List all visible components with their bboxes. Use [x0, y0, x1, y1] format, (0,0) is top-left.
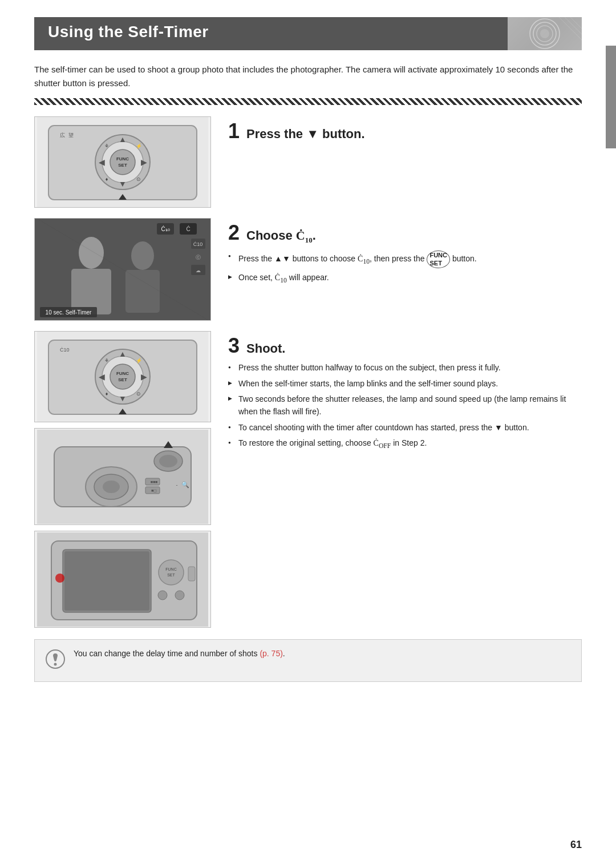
step3-bullet-1: Press the shutter button halfway to focu…	[228, 362, 582, 374]
step1-number: 1	[228, 121, 240, 142]
svg-text:▼: ▼	[119, 394, 127, 403]
step3-number: 3	[228, 336, 240, 356]
svg-text:🔍: 🔍	[181, 481, 189, 488]
svg-text:SET: SET	[118, 377, 127, 382]
note-link[interactable]: (p. 75)	[260, 649, 282, 658]
svg-text:◀: ◀	[99, 158, 105, 167]
svg-text:10 sec. Self-Timer: 10 sec. Self-Timer	[46, 309, 92, 316]
step3-bullet-5: To restore the original setting, choose …	[228, 437, 582, 451]
note-text: You can change the delay time and number…	[74, 648, 285, 660]
svg-text:■◻: ■◻	[151, 488, 157, 492]
svg-rect-85	[188, 567, 195, 581]
step2-title: Choose Ċ10.	[246, 228, 316, 245]
svg-text:Ċ₁₀: Ċ₁₀	[161, 225, 169, 232]
step3-title: Shoot.	[246, 341, 285, 356]
svg-text:☁: ☁	[196, 268, 201, 273]
svg-text:◀: ◀	[99, 372, 105, 381]
step3-illustration-2: ■■■ ■◻ - 🔍	[34, 428, 211, 525]
svg-text:⚡: ⚡	[136, 143, 143, 150]
step3-content: 3 Shoot. Press the shutter button halfwa…	[228, 331, 582, 455]
svg-text:▼: ▼	[119, 179, 127, 188]
svg-text:⚘: ⚘	[104, 143, 109, 149]
step1-image-col: FUNC SET ▲ ▼ ◀ ▶ ⚘ ⚡ ♦ ⊙ 広 望	[34, 116, 211, 208]
intro-text: The self-timer can be used to shoot a gr…	[34, 63, 582, 90]
svg-text:ⓒ: ⓒ	[196, 255, 201, 260]
note-icon	[45, 649, 66, 673]
svg-point-68	[103, 481, 120, 493]
svg-rect-30	[125, 270, 160, 313]
step1-content: 1 Press the ▼ button.	[228, 116, 582, 147]
svg-rect-78	[64, 551, 149, 611]
step3-row: FUNC SET ▲ ▼ ◀ ▶ ⚘ ⚡ ♦ ⊙ Ċ10	[34, 331, 582, 628]
svg-point-80	[159, 560, 184, 585]
svg-point-27	[79, 237, 104, 269]
svg-point-87	[54, 663, 57, 666]
svg-text:▲: ▲	[119, 349, 127, 358]
svg-point-29	[131, 241, 154, 270]
step1-illustration: FUNC SET ▲ ▼ ◀ ▶ ⚘ ⚡ ♦ ⊙ 広 望	[34, 116, 211, 208]
step3-image-col: FUNC SET ▲ ▼ ◀ ▶ ⚘ ⚡ ♦ ⊙ Ċ10	[34, 331, 211, 628]
svg-text:Ċ10: Ċ10	[60, 347, 70, 353]
step2-bullet-2: Once set, Ċ10 will appear.	[228, 272, 582, 286]
svg-text:⊙: ⊙	[136, 391, 141, 397]
svg-point-4	[540, 29, 549, 38]
svg-text:▶: ▶	[141, 372, 147, 381]
step2-bullet-1: Press the ▲▼ buttons to choose Ċ10, then…	[228, 251, 582, 268]
page-title: Using the Self-Timer	[48, 23, 209, 41]
svg-text:FUNC: FUNC	[116, 371, 129, 376]
svg-text:⚡: ⚡	[136, 357, 143, 364]
step3-illustration-3: FUNC SET	[34, 531, 211, 628]
stripe-divider	[34, 98, 582, 105]
func-set-icon: FUNCSET	[427, 251, 450, 268]
note-box: You can change the delay time and number…	[34, 639, 582, 682]
step2-image-col: Ċ₁₀ Ċ 10 sec. Self-Timer Ċ10 ⓒ ☁	[34, 218, 211, 321]
svg-point-83	[158, 591, 167, 600]
svg-text:▲: ▲	[119, 135, 127, 144]
right-accent-bar	[606, 46, 616, 148]
svg-text:⊙: ⊙	[136, 176, 141, 182]
step3-header: 3 Shoot.	[228, 336, 582, 356]
svg-text:広: 広	[60, 132, 65, 138]
page-number: 61	[570, 839, 582, 851]
step2-illustration: Ċ₁₀ Ċ 10 sec. Self-Timer Ċ10 ⓒ ☁	[34, 218, 211, 321]
title-background: Using the Self-Timer	[34, 17, 508, 50]
svg-point-64	[159, 455, 177, 467]
step2-number: 2	[228, 223, 240, 243]
step3-illustration-1: FUNC SET ▲ ▼ ◀ ▶ ⚘ ⚡ ♦ ⊙ Ċ10	[34, 331, 211, 422]
svg-text:SET: SET	[118, 163, 127, 168]
step1-header: 1 Press the ▼ button.	[228, 121, 582, 142]
step3-bullet-3: Two seconds before the shutter releases,…	[228, 393, 582, 418]
svg-text:FUNC: FUNC	[116, 156, 129, 162]
svg-text:♦: ♦	[106, 391, 108, 397]
page-container: Using the Self-Timer	[0, 0, 616, 716]
svg-point-48	[110, 364, 135, 389]
step3-bullet-2: When the self-timer starts, the lamp bli…	[228, 378, 582, 390]
svg-text:Ċ: Ċ	[186, 225, 190, 232]
title-bar: Using the Self-Timer	[34, 17, 582, 50]
step2-bullets: Press the ▲▼ buttons to choose Ċ10, then…	[228, 251, 582, 285]
step2-header: 2 Choose Ċ10.	[228, 223, 582, 245]
svg-text:⚘: ⚘	[104, 358, 109, 364]
svg-text:FUNC: FUNC	[165, 567, 176, 571]
step1-row: FUNC SET ▲ ▼ ◀ ▶ ⚘ ⚡ ♦ ⊙ 広 望	[34, 116, 582, 208]
svg-text:望: 望	[68, 132, 74, 138]
title-image	[508, 17, 582, 50]
svg-text:Ċ10: Ċ10	[193, 241, 203, 247]
svg-text:▶: ▶	[141, 158, 147, 167]
svg-text:SET: SET	[167, 573, 175, 577]
svg-text:♦: ♦	[106, 176, 108, 182]
svg-point-12	[110, 150, 135, 175]
step3-bullets: Press the shutter button halfway to focu…	[228, 362, 582, 451]
step3-bullet-4: To cancel shooting with the timer after …	[228, 422, 582, 434]
svg-text:-: -	[176, 482, 178, 488]
svg-text:■■■: ■■■	[151, 480, 158, 484]
step2-content: 2 Choose Ċ10. Press the ▲▼ buttons to ch…	[228, 218, 582, 289]
step1-title: Press the ▼ button.	[246, 127, 365, 142]
svg-point-84	[175, 591, 184, 600]
step2-row: Ċ₁₀ Ċ 10 sec. Self-Timer Ċ10 ⓒ ☁	[34, 218, 582, 321]
svg-point-79	[55, 574, 64, 583]
